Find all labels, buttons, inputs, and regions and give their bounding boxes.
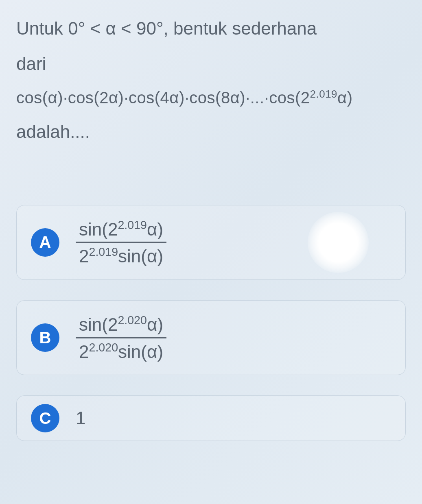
a-den-post: sin(α) (118, 246, 163, 266)
b-num-exp: 2.020 (118, 314, 147, 327)
a-num-post: α) (147, 219, 163, 239)
b-num-pre: sin(2 (79, 314, 118, 334)
option-a[interactable]: A sin(22.019α) 22.019sin(α) (16, 205, 406, 280)
question-line-2: dari (16, 48, 406, 80)
flash-glare (308, 212, 369, 273)
option-b-badge: B (31, 323, 59, 352)
question-line-4: adalah.... (16, 116, 406, 148)
q3-tail: α) (337, 89, 352, 107)
option-a-badge: A (31, 228, 59, 257)
option-b[interactable]: B sin(22.020α) 22.020sin(α) (16, 300, 406, 375)
a-num-pre: sin(2 (79, 219, 118, 239)
q1-math: 0° < α < 90°, (68, 18, 168, 38)
q3-math: cos(α)·cos(2α)·cos(4α)·cos(8α)·...·cos(2 (16, 89, 310, 107)
option-a-fraction: sin(22.019α) 22.019sin(α) (76, 218, 166, 267)
a-den-exp: 2.019 (89, 245, 118, 258)
b-num-post: α) (147, 314, 163, 334)
question-line-3: cos(α)·cos(2α)·cos(4α)·cos(8α)·...·cos(2… (16, 83, 406, 112)
question-line-1: Untuk 0° < α < 90°, bentuk sederhana (16, 12, 406, 44)
option-b-fraction: sin(22.020α) 22.020sin(α) (76, 313, 166, 362)
option-a-body: sin(22.019α) 22.019sin(α) (76, 218, 166, 267)
q1-suffix: bentuk sederhana (173, 18, 317, 38)
options-list: A sin(22.019α) 22.019sin(α) B sin(22.020… (16, 205, 406, 441)
b-den-pre: 2 (79, 341, 89, 361)
a-den-pre: 2 (79, 246, 89, 266)
q3-exp: 2.019 (310, 88, 338, 100)
q1-prefix: Untuk (16, 18, 68, 38)
b-den-exp: 2.020 (89, 341, 118, 354)
question-text: Untuk 0° < α < 90°, bentuk sederhana dar… (16, 12, 406, 148)
option-c-body: 1 (76, 408, 85, 428)
option-c[interactable]: C 1 (16, 395, 406, 441)
option-c-badge: C (31, 404, 59, 432)
option-b-body: sin(22.020α) 22.020sin(α) (76, 313, 166, 362)
a-num-exp: 2.019 (118, 218, 147, 231)
b-den-post: sin(α) (118, 341, 163, 361)
